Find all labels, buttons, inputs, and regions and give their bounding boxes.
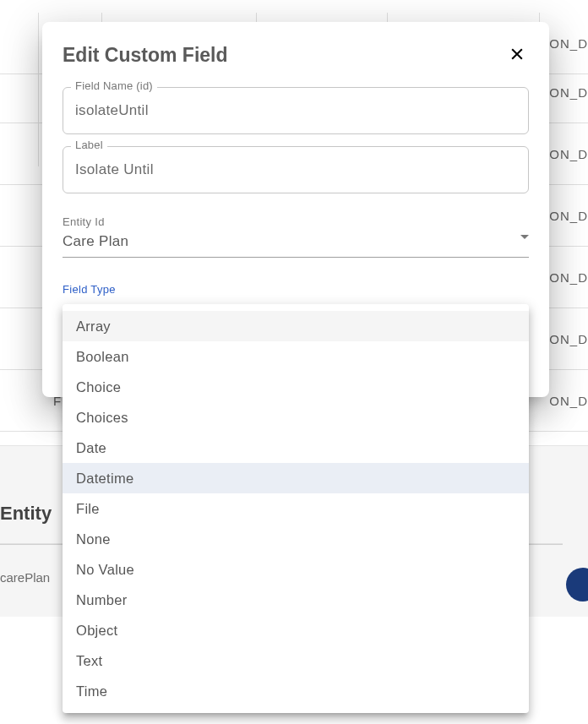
field-name-input[interactable] — [63, 87, 529, 134]
entity-id-value-text: Care Plan — [63, 233, 128, 249]
close-icon — [509, 46, 525, 63]
field-type-option[interactable]: Choices — [63, 402, 529, 433]
chevron-down-icon — [520, 235, 529, 239]
close-button[interactable] — [505, 42, 529, 68]
field-name-label: Field Name (id) — [71, 79, 157, 92]
modal-title: Edit Custom Field — [63, 44, 228, 67]
table-cell-text: ON_D — [549, 270, 588, 285]
field-type-option[interactable]: Boolean — [63, 341, 529, 372]
field-type-option[interactable]: Object — [63, 615, 529, 645]
label-field-input[interactable] — [63, 146, 529, 193]
field-type-option[interactable]: Time — [63, 676, 529, 706]
field-type-option[interactable]: Number — [63, 585, 529, 615]
entity-id-label: Entity Id — [63, 215, 529, 228]
field-type-label: Field Type — [63, 283, 529, 296]
table-cell-text: ON_D — [549, 147, 588, 161]
table-cell-text: ON_D — [549, 332, 588, 346]
field-type-option[interactable]: File — [63, 493, 529, 524]
field-type-option[interactable]: No Value — [63, 554, 529, 585]
field-type-option[interactable]: Datetime — [63, 463, 529, 493]
field-type-option[interactable]: Text — [63, 645, 529, 676]
table-cell-text: ON_D — [549, 85, 588, 100]
field-type-option[interactable]: Choice — [63, 372, 529, 402]
entity-id-value: Care Plan — [63, 233, 529, 258]
table-cell-text: ON_D — [549, 394, 588, 408]
field-type-option[interactable]: Date — [63, 433, 529, 463]
modal-overlay: Edit Custom Field Field Name (id) Label … — [0, 0, 588, 724]
modal-header: Edit Custom Field — [63, 42, 529, 68]
label-field-label: Label — [71, 139, 107, 151]
field-type-dropdown: ArrayBooleanChoiceChoicesDateDatetimeFil… — [63, 304, 529, 713]
table-cell-text: ON_D — [549, 209, 588, 223]
entity-id-select[interactable]: Entity Id Care Plan — [63, 215, 529, 258]
field-name-wrap: Field Name (id) — [63, 87, 529, 134]
table-cell-text: ON_D — [549, 36, 588, 51]
label-field-wrap: Label — [63, 146, 529, 193]
field-type-option[interactable]: Array — [63, 311, 529, 341]
field-type-option[interactable]: None — [63, 524, 529, 554]
